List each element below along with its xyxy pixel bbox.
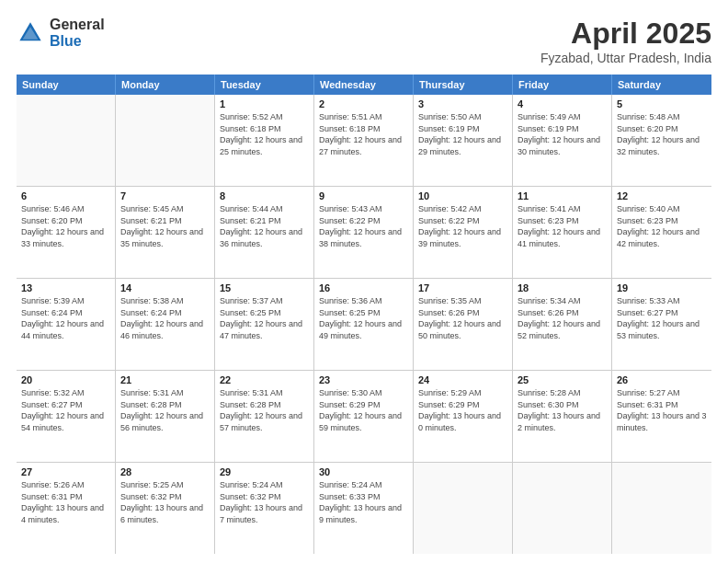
day-info: Sunrise: 5:31 AM Sunset: 6:28 PM Dayligh… <box>220 387 309 433</box>
day-number: 13 <box>21 282 110 293</box>
cell-w1-d1 <box>17 95 116 186</box>
day-number: 3 <box>418 98 507 109</box>
cell-w1-d3: 1Sunrise: 5:52 AM Sunset: 6:18 PM Daylig… <box>215 95 314 186</box>
day-number: 29 <box>220 466 309 477</box>
month-title: April 2025 <box>540 17 711 51</box>
day-number: 4 <box>518 98 607 109</box>
cell-w2-d6: 11Sunrise: 5:41 AM Sunset: 6:23 PM Dayli… <box>513 187 612 278</box>
day-number: 12 <box>617 190 707 201</box>
logo-text: General Blue <box>50 17 105 49</box>
logo-icon <box>17 19 44 47</box>
cell-w4-d4: 23Sunrise: 5:30 AM Sunset: 6:29 PM Dayli… <box>314 371 414 462</box>
logo: General Blue <box>17 17 105 49</box>
day-info: Sunrise: 5:36 AM Sunset: 6:25 PM Dayligh… <box>319 295 408 341</box>
day-info: Sunrise: 5:29 AM Sunset: 6:29 PM Dayligh… <box>418 387 507 433</box>
header: General Blue April 2025 Fyzabad, Uttar P… <box>17 17 711 65</box>
cell-w1-d7: 5Sunrise: 5:48 AM Sunset: 6:20 PM Daylig… <box>612 95 711 186</box>
cell-w1-d2 <box>116 95 215 186</box>
cell-w5-d7 <box>612 463 711 554</box>
day-number: 27 <box>21 466 110 477</box>
cell-w5-d2: 28Sunrise: 5:25 AM Sunset: 6:32 PM Dayli… <box>116 463 215 554</box>
day-info: Sunrise: 5:45 AM Sunset: 6:21 PM Dayligh… <box>120 203 210 249</box>
day-info: Sunrise: 5:26 AM Sunset: 6:31 PM Dayligh… <box>21 479 110 525</box>
calendar-body: 1Sunrise: 5:52 AM Sunset: 6:18 PM Daylig… <box>17 95 711 554</box>
cell-w3-d3: 15Sunrise: 5:37 AM Sunset: 6:25 PM Dayli… <box>215 279 314 370</box>
day-info: Sunrise: 5:24 AM Sunset: 6:32 PM Dayligh… <box>220 479 309 525</box>
logo-general: General <box>50 17 105 33</box>
title-block: April 2025 Fyzabad, Uttar Pradesh, India <box>540 17 711 65</box>
cell-w2-d7: 12Sunrise: 5:40 AM Sunset: 6:23 PM Dayli… <box>612 187 711 278</box>
day-number: 28 <box>120 466 210 477</box>
day-number: 7 <box>120 190 210 201</box>
cell-w5-d4: 30Sunrise: 5:24 AM Sunset: 6:33 PM Dayli… <box>314 463 414 554</box>
day-number: 16 <box>319 282 408 293</box>
day-number: 9 <box>319 190 408 201</box>
cell-w3-d5: 17Sunrise: 5:35 AM Sunset: 6:26 PM Dayli… <box>414 279 513 370</box>
day-number: 10 <box>418 190 507 201</box>
cell-w1-d4: 2Sunrise: 5:51 AM Sunset: 6:18 PM Daylig… <box>314 95 414 186</box>
cell-w2-d4: 9Sunrise: 5:43 AM Sunset: 6:22 PM Daylig… <box>314 187 414 278</box>
col-thursday: Thursday <box>414 75 513 95</box>
cell-w3-d4: 16Sunrise: 5:36 AM Sunset: 6:25 PM Dayli… <box>314 279 414 370</box>
cell-w4-d1: 20Sunrise: 5:32 AM Sunset: 6:27 PM Dayli… <box>17 371 116 462</box>
day-number: 8 <box>220 190 309 201</box>
calendar-header: Sunday Monday Tuesday Wednesday Thursday… <box>17 75 711 95</box>
day-number: 6 <box>21 190 110 201</box>
day-info: Sunrise: 5:52 AM Sunset: 6:18 PM Dayligh… <box>220 111 309 157</box>
day-number: 17 <box>418 282 507 293</box>
cell-w1-d5: 3Sunrise: 5:50 AM Sunset: 6:19 PM Daylig… <box>414 95 513 186</box>
week-row-5: 27Sunrise: 5:26 AM Sunset: 6:31 PM Dayli… <box>17 463 711 554</box>
cell-w4-d6: 25Sunrise: 5:28 AM Sunset: 6:30 PM Dayli… <box>513 371 612 462</box>
day-number: 21 <box>120 374 210 385</box>
day-info: Sunrise: 5:30 AM Sunset: 6:29 PM Dayligh… <box>319 387 408 433</box>
location: Fyzabad, Uttar Pradesh, India <box>540 51 711 65</box>
day-info: Sunrise: 5:35 AM Sunset: 6:26 PM Dayligh… <box>418 295 507 341</box>
cell-w3-d7: 19Sunrise: 5:33 AM Sunset: 6:27 PM Dayli… <box>612 279 711 370</box>
day-number: 20 <box>21 374 110 385</box>
day-info: Sunrise: 5:42 AM Sunset: 6:22 PM Dayligh… <box>418 203 507 249</box>
day-number: 14 <box>120 282 210 293</box>
cell-w3-d6: 18Sunrise: 5:34 AM Sunset: 6:26 PM Dayli… <box>513 279 612 370</box>
day-info: Sunrise: 5:48 AM Sunset: 6:20 PM Dayligh… <box>617 111 707 157</box>
cell-w5-d1: 27Sunrise: 5:26 AM Sunset: 6:31 PM Dayli… <box>17 463 116 554</box>
cell-w1-d6: 4Sunrise: 5:49 AM Sunset: 6:19 PM Daylig… <box>513 95 612 186</box>
day-info: Sunrise: 5:34 AM Sunset: 6:26 PM Dayligh… <box>518 295 607 341</box>
cell-w5-d3: 29Sunrise: 5:24 AM Sunset: 6:32 PM Dayli… <box>215 463 314 554</box>
day-info: Sunrise: 5:49 AM Sunset: 6:19 PM Dayligh… <box>518 111 607 157</box>
cell-w4-d3: 22Sunrise: 5:31 AM Sunset: 6:28 PM Dayli… <box>215 371 314 462</box>
cell-w2-d5: 10Sunrise: 5:42 AM Sunset: 6:22 PM Dayli… <box>414 187 513 278</box>
col-friday: Friday <box>513 75 612 95</box>
logo-blue: Blue <box>50 33 105 50</box>
cell-w5-d5 <box>414 463 513 554</box>
day-number: 30 <box>319 466 408 477</box>
day-number: 19 <box>617 282 707 293</box>
day-info: Sunrise: 5:40 AM Sunset: 6:23 PM Dayligh… <box>617 203 707 249</box>
day-number: 25 <box>518 374 607 385</box>
day-info: Sunrise: 5:37 AM Sunset: 6:25 PM Dayligh… <box>220 295 309 341</box>
calendar: Sunday Monday Tuesday Wednesday Thursday… <box>17 75 711 554</box>
day-number: 15 <box>220 282 309 293</box>
week-row-1: 1Sunrise: 5:52 AM Sunset: 6:18 PM Daylig… <box>17 95 711 187</box>
day-info: Sunrise: 5:31 AM Sunset: 6:28 PM Dayligh… <box>120 387 210 433</box>
col-wednesday: Wednesday <box>314 75 414 95</box>
day-info: Sunrise: 5:39 AM Sunset: 6:24 PM Dayligh… <box>21 295 110 341</box>
day-info: Sunrise: 5:50 AM Sunset: 6:19 PM Dayligh… <box>418 111 507 157</box>
day-info: Sunrise: 5:32 AM Sunset: 6:27 PM Dayligh… <box>21 387 110 433</box>
day-info: Sunrise: 5:46 AM Sunset: 6:20 PM Dayligh… <box>21 203 110 249</box>
cell-w4-d7: 26Sunrise: 5:27 AM Sunset: 6:31 PM Dayli… <box>612 371 711 462</box>
day-number: 22 <box>220 374 309 385</box>
week-row-3: 13Sunrise: 5:39 AM Sunset: 6:24 PM Dayli… <box>17 279 711 371</box>
day-info: Sunrise: 5:44 AM Sunset: 6:21 PM Dayligh… <box>220 203 309 249</box>
day-info: Sunrise: 5:27 AM Sunset: 6:31 PM Dayligh… <box>617 387 707 433</box>
cell-w2-d3: 8Sunrise: 5:44 AM Sunset: 6:21 PM Daylig… <box>215 187 314 278</box>
day-info: Sunrise: 5:33 AM Sunset: 6:27 PM Dayligh… <box>617 295 707 341</box>
col-monday: Monday <box>116 75 215 95</box>
cell-w4-d5: 24Sunrise: 5:29 AM Sunset: 6:29 PM Dayli… <box>414 371 513 462</box>
cell-w3-d1: 13Sunrise: 5:39 AM Sunset: 6:24 PM Dayli… <box>17 279 116 370</box>
col-sunday: Sunday <box>17 75 116 95</box>
day-number: 2 <box>319 98 408 109</box>
day-number: 18 <box>518 282 607 293</box>
week-row-4: 20Sunrise: 5:32 AM Sunset: 6:27 PM Dayli… <box>17 371 711 463</box>
day-number: 5 <box>617 98 707 109</box>
day-info: Sunrise: 5:43 AM Sunset: 6:22 PM Dayligh… <box>319 203 408 249</box>
